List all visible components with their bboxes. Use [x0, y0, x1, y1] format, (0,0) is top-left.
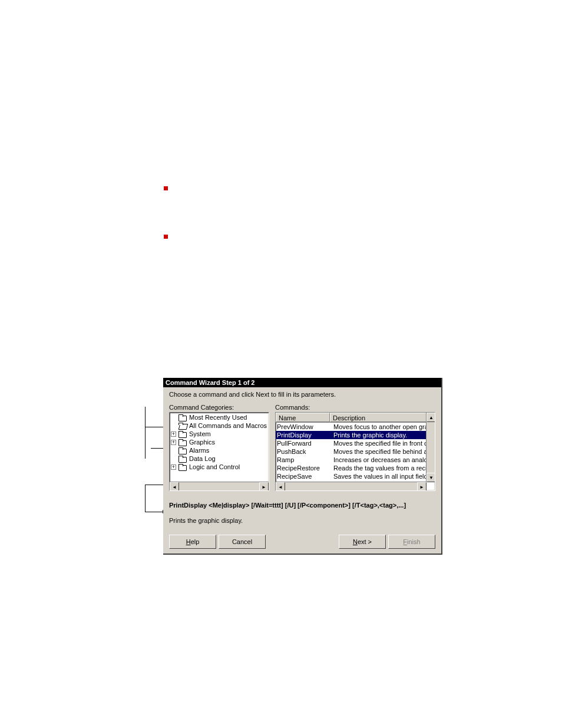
- command-name: PullForward: [276, 439, 331, 447]
- command-description: Prints the graphic display.: [169, 517, 435, 524]
- command-syntax: PrintDisplay <Me|display> [/Wait=tttt] […: [169, 502, 435, 509]
- expand-icon[interactable]: +: [171, 465, 176, 470]
- scroll-right-icon[interactable]: ►: [259, 482, 269, 491]
- command-desc: Increases or decreases an analog ta: [331, 456, 427, 464]
- command-row[interactable]: RampIncreases or decreases an analog ta: [276, 456, 427, 464]
- command-name: RecipeRestore: [276, 464, 331, 472]
- callout-line: [145, 512, 163, 512]
- command-desc: Saves the values in all input fields of: [331, 472, 427, 480]
- categories-tree[interactable]: Most Recently Used All Commands and Macr…: [169, 412, 269, 491]
- tree-item-system[interactable]: + System: [171, 430, 269, 438]
- command-name: PrintDisplay: [276, 431, 331, 439]
- command-name: RecipeSave: [276, 472, 331, 480]
- command-desc: Prints the graphic display.: [331, 431, 427, 439]
- tree-item-label: Data Log: [189, 454, 216, 463]
- scroll-left-icon[interactable]: ◄: [276, 482, 285, 491]
- command-desc: Moves the specified file in front of all: [331, 439, 427, 447]
- column-header-description[interactable]: Description: [330, 413, 435, 422]
- folder-icon: [178, 464, 187, 470]
- folder-icon: [178, 447, 187, 454]
- commands-vscrollbar[interactable]: ▲ ▼: [426, 413, 435, 482]
- expand-icon[interactable]: +: [171, 431, 176, 437]
- command-name: PushBack: [276, 447, 331, 456]
- folder-open-icon: [178, 423, 187, 429]
- command-desc: Moves the specified file behind all ot: [331, 447, 427, 456]
- command-row[interactable]: PullForwardMoves the specified file in f…: [276, 439, 427, 447]
- bullet-icon: [164, 186, 168, 190]
- command-name: Ramp: [276, 456, 331, 464]
- finish-button: Finish: [388, 535, 435, 549]
- folder-icon: [178, 431, 187, 437]
- dialog-title: Command Wizard Step 1 of 2: [163, 378, 441, 387]
- column-header-name[interactable]: Name: [276, 413, 330, 422]
- tree-item-most-recently-used[interactable]: Most Recently Used: [171, 413, 269, 421]
- tree-item-label: Graphics: [189, 438, 215, 446]
- tree-item-label: Logic and Control: [189, 463, 240, 471]
- command-wizard-dialog: Command Wizard Step 1 of 2 Choose a comm…: [163, 378, 442, 555]
- scroll-right-icon[interactable]: ►: [417, 482, 427, 491]
- scroll-down-icon[interactable]: ▼: [427, 473, 435, 482]
- command-desc: Reads the tag values from a recipe f: [331, 464, 427, 472]
- cancel-button[interactable]: Cancel: [219, 535, 266, 549]
- command-row[interactable]: RecipeSaveSaves the values in all input …: [276, 472, 427, 480]
- folder-icon: [178, 439, 187, 446]
- tree-item-all-commands[interactable]: All Commands and Macros: [171, 421, 269, 430]
- next-button[interactable]: Next >: [339, 535, 386, 549]
- command-row[interactable]: RecipeRestoreReads the tag values from a…: [276, 464, 427, 472]
- tree-item-label: Alarms: [189, 446, 209, 454]
- callout-line: [145, 485, 146, 512]
- tree-item-data-log[interactable]: Data Log: [171, 454, 269, 463]
- dialog-instruction: Choose a command and click Next to fill …: [169, 391, 435, 398]
- command-row[interactable]: PushBackMoves the specified file behind …: [276, 447, 427, 456]
- commands-hscrollbar[interactable]: ◄ ►: [276, 482, 427, 490]
- tree-item-label: Most Recently Used: [189, 413, 247, 421]
- folder-icon: [178, 414, 187, 421]
- commands-label: Commands:: [275, 404, 435, 411]
- bullet-icon: [164, 235, 168, 239]
- tree-item-logic-and-control[interactable]: + Logic and Control: [171, 463, 269, 471]
- scroll-left-icon[interactable]: ◄: [170, 482, 179, 491]
- command-desc: Moves focus to another open graphi: [331, 423, 427, 431]
- command-name: PrevWindow: [276, 423, 331, 431]
- tree-item-graphics[interactable]: + Graphics: [171, 438, 269, 446]
- folder-icon: [178, 456, 187, 462]
- command-row[interactable]: PrevWindowMoves focus to another open gr…: [276, 423, 427, 431]
- tree-item-alarms[interactable]: Alarms: [171, 446, 269, 454]
- command-row[interactable]: PrintDisplayPrints the graphic display.: [276, 431, 427, 439]
- help-button[interactable]: Help: [169, 535, 216, 549]
- tree-item-label: All Commands and Macros: [189, 421, 267, 430]
- categories-label: Command Categories:: [169, 404, 269, 411]
- commands-header: Name Description: [276, 413, 435, 423]
- scroll-up-icon[interactable]: ▲: [427, 413, 435, 422]
- callout-line: [145, 407, 146, 459]
- commands-list[interactable]: Name Description PrevWindowMoves focus t…: [275, 412, 435, 491]
- expand-icon[interactable]: +: [171, 440, 176, 445]
- tree-hscrollbar[interactable]: ◄ ►: [170, 482, 269, 490]
- tree-item-label: System: [189, 430, 211, 438]
